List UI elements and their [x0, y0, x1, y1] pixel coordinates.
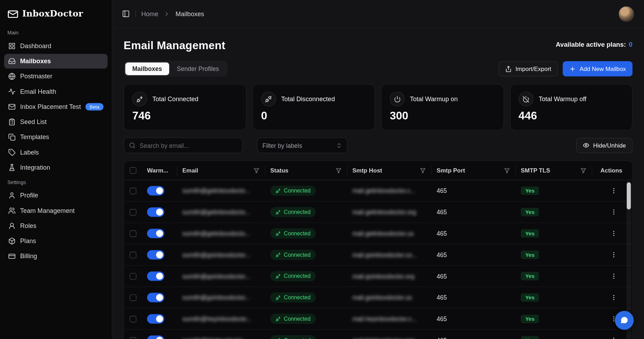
email-cell: sumith@getinboxdocto... — [177, 209, 265, 216]
sidebar-item-postmaster[interactable]: Postmaster — [4, 69, 108, 84]
hide-unhide-button[interactable]: Hide/Unhide — [576, 138, 632, 153]
sidebar-item-integration[interactable]: Integration — [4, 160, 108, 175]
select-all-checkbox[interactable] — [130, 167, 136, 174]
stats-row: Total Connected746Total Disconnected0Tot… — [124, 84, 632, 131]
smtp-port-cell: 465 — [432, 337, 516, 339]
column-header-status: Status — [265, 165, 347, 176]
status-badge: Connected — [270, 314, 316, 324]
sidebar-item-email-health[interactable]: Email Health — [4, 84, 108, 99]
mailbox-icon — [8, 58, 15, 65]
import-export-button[interactable]: Import/Export — [499, 61, 558, 76]
sidebar-item-label: Labels — [20, 149, 39, 156]
row-actions-button[interactable] — [609, 271, 619, 281]
tab-mailboxes[interactable]: Mailboxes — [125, 63, 169, 75]
sidebar-item-team-management[interactable]: Team Management — [4, 203, 108, 218]
smtp-port-cell: 465 — [432, 209, 516, 216]
filter-funnel-icon[interactable] — [336, 167, 342, 174]
sidebar-item-seed-list[interactable]: Seed List — [4, 115, 108, 129]
sidebar-toggle-icon[interactable] — [122, 9, 130, 18]
sidebar-item-label: Dashboard — [20, 42, 51, 50]
avatar[interactable] — [619, 6, 634, 21]
tablist: Mailboxes Sender Profiles — [124, 61, 228, 77]
sidebar-item-dashboard[interactable]: Dashboard — [4, 39, 108, 53]
sidebar-nav: MainDashboardMailboxesPostmasterEmail He… — [4, 26, 108, 264]
sidebar-item-templates[interactable]: Templates — [4, 130, 108, 144]
sidebar-item-label: Profile — [20, 192, 38, 199]
row-checkbox[interactable] — [130, 230, 136, 237]
row-actions-button[interactable] — [609, 228, 619, 239]
smtp-tls-badge: Yes — [521, 314, 539, 323]
row-checkbox[interactable] — [130, 315, 136, 322]
sidebar-item-mailboxes[interactable]: Mailboxes — [4, 54, 108, 69]
available-plans-label: Available active plans: — [556, 41, 626, 48]
filter-funnel-icon[interactable] — [580, 167, 587, 174]
row-checkbox[interactable] — [130, 273, 136, 280]
column-header-smtp-port: Smtp Port — [432, 165, 516, 176]
upload-icon — [505, 65, 512, 72]
email-cell: sumith@getinboxdocto... — [177, 230, 265, 237]
filter-funnel-icon[interactable] — [504, 167, 510, 174]
user-round-icon — [8, 222, 15, 229]
row-checkbox[interactable] — [130, 188, 136, 194]
sidebar-item-billing[interactable]: Billing — [4, 249, 108, 263]
breadcrumb-home[interactable]: Home — [141, 10, 158, 18]
available-plans: Available active plans:0 — [556, 41, 633, 48]
row-actions-button[interactable] — [609, 207, 619, 217]
row-actions-button[interactable] — [609, 292, 619, 302]
status-badge: Connected — [270, 292, 316, 302]
warmup-toggle[interactable] — [147, 272, 164, 281]
email-cell: sumith@goinboxdoctor... — [177, 251, 265, 258]
smtp-host-cell: mail.goinboxdoctor.us — [347, 294, 432, 301]
tab-sender-profiles[interactable]: Sender Profiles — [170, 63, 226, 75]
table-row: sumith@goinboxdoctor...Connectedmail.goi… — [124, 287, 632, 308]
warmup-toggle[interactable] — [147, 207, 164, 217]
sidebar-item-roles[interactable]: Roles — [4, 219, 108, 233]
sidebar-item-plans[interactable]: Plans — [4, 234, 108, 248]
smtp-tls-badge: Yes — [521, 250, 539, 259]
ellipsis-vertical-icon — [610, 209, 617, 216]
sidebar-item-labels[interactable]: Labels — [4, 145, 108, 160]
sidebar-item-label: Inbox Placement Test — [20, 103, 81, 110]
chat-widget-button[interactable] — [615, 311, 634, 330]
row-checkbox[interactable] — [130, 252, 136, 258]
row-checkbox[interactable] — [130, 209, 136, 215]
smtp-port-cell: 465 — [432, 187, 516, 194]
globe-icon — [8, 73, 15, 80]
table-scrollbar-thumb[interactable] — [627, 182, 631, 209]
sidebar-item-label: Email Health — [20, 88, 56, 95]
smtp-host-cell: mail.getinboxdoctor.c... — [347, 187, 432, 194]
stat-card-total-disconnected: Total Disconnected0 — [252, 84, 375, 131]
status-badge: Connected — [270, 207, 316, 217]
plug-icon — [275, 231, 281, 236]
row-actions-button[interactable] — [609, 250, 619, 260]
warmup-toggle[interactable] — [147, 229, 164, 238]
warmup-toggle[interactable] — [147, 293, 164, 302]
sidebar-item-profile[interactable]: Profile — [4, 188, 108, 203]
search-input[interactable] — [139, 142, 237, 149]
warmup-toggle[interactable] — [147, 250, 164, 260]
plug-icon — [275, 252, 281, 257]
unplug-icon — [261, 92, 276, 106]
sidebar-item-label: Billing — [20, 253, 37, 260]
list-icon — [8, 118, 15, 126]
page-content: Email Management Available active plans:… — [112, 28, 644, 339]
warmup-toggle[interactable] — [147, 186, 164, 196]
stat-value: 746 — [132, 110, 238, 123]
filter-funnel-icon[interactable] — [253, 167, 260, 174]
row-checkbox[interactable] — [130, 337, 136, 339]
email-cell: sumith@getinboxdocto... — [177, 187, 265, 194]
row-actions-button[interactable] — [609, 185, 619, 196]
row-checkbox[interactable] — [130, 294, 136, 301]
sidebar-item-inbox-placement-test[interactable]: Inbox Placement TestBeta — [4, 99, 108, 114]
filter-by-labels-select[interactable]: Filter by labels — [257, 138, 347, 153]
row-actions-button[interactable] — [609, 335, 619, 339]
warmup-toggle[interactable] — [147, 335, 164, 339]
add-new-mailbox-button[interactable]: Add New Mailbox — [563, 61, 633, 76]
topbar: Home Mailboxes — [112, 0, 644, 28]
dashboard-icon — [8, 42, 15, 50]
table-header: Warm... Email Status Smtp Host Smtp Port… — [124, 161, 632, 180]
filter-funnel-icon[interactable] — [420, 167, 426, 174]
logo: InboxDoctor — [4, 6, 108, 21]
warmup-toggle[interactable] — [147, 314, 164, 324]
table-row: sumith@getinboxdocto...Connectedmail.get… — [124, 180, 632, 202]
